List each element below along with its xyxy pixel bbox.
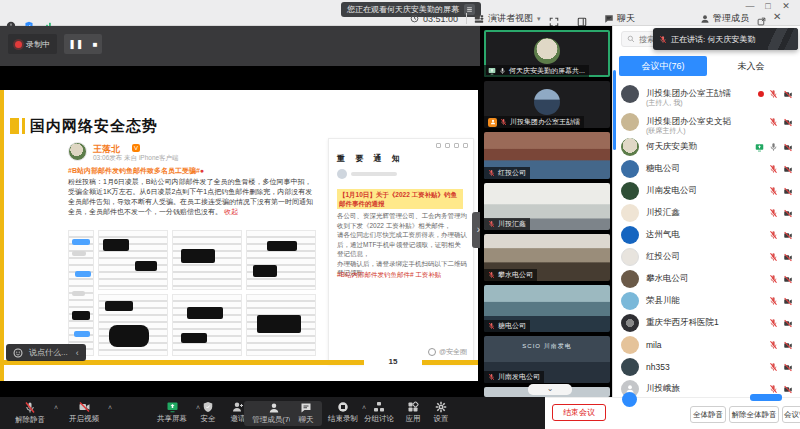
chat-button[interactable]: 聊天 [290, 401, 322, 426]
member-row[interactable]: mila [613, 334, 800, 356]
tile-label: 红投公司 [498, 168, 526, 178]
camera-off-icon[interactable] [783, 319, 793, 328]
camera-off-icon[interactable] [783, 231, 793, 240]
mic-off-icon[interactable] [769, 296, 778, 306]
avatar [534, 89, 560, 115]
mic-off-icon[interactable] [769, 230, 778, 240]
chevron-up-icon[interactable]: ˄ [54, 404, 58, 411]
video-tile[interactable]: SCIO 川南发电 川南发电公司 [484, 336, 610, 383]
member-row[interactable]: 何天庆安美勤 [613, 136, 800, 158]
tab-in-meeting[interactable]: 会议中(76) [619, 56, 707, 76]
camera-off-icon[interactable] [783, 118, 793, 127]
unmute-all-button[interactable]: 解除全体静音 [729, 406, 779, 423]
member-row[interactable]: 川南发电公司 [613, 180, 800, 202]
mic-off-icon[interactable] [769, 340, 778, 350]
settings-button[interactable]: 设置 [426, 401, 456, 424]
member-row[interactable]: 川投汇鑫 [613, 202, 800, 224]
camera-off-icon[interactable] [783, 341, 793, 350]
mic-off-icon[interactable] [769, 252, 778, 262]
unmute-button[interactable]: 解除静音 [6, 401, 54, 425]
camera-off-icon[interactable] [783, 275, 793, 284]
timer-value: 03:51:00 [423, 14, 458, 24]
member-row[interactable]: 川投集团办公室王劼镭 (主持人, 我) [613, 80, 800, 108]
camera-off-icon[interactable] [783, 143, 793, 152]
doc-hashtag-link[interactable]: #B站内部邮件发钓鱼邮件# 工资补贴 [337, 271, 467, 280]
video-tile[interactable]: 川投集团办公室王劼镭 [484, 81, 610, 128]
weibo-avatar [68, 142, 87, 161]
tab-not-joined[interactable]: 未入会 [707, 56, 795, 76]
camera-off-icon[interactable] [783, 253, 793, 262]
mic-off-icon[interactable] [769, 208, 778, 218]
smile-icon[interactable] [13, 348, 23, 358]
member-row[interactable]: 红投公司 [613, 246, 800, 268]
pause-recording-button[interactable]: ❚❚ [69, 39, 84, 49]
notice-document: 重 要 通 知 【1月10日】关于《2022 工资补贴》钓鱼邮件事件的通报 各公… [328, 138, 474, 364]
start-video-button[interactable]: 开启视频 [60, 401, 108, 424]
stop-recording-button[interactable]: ■ [93, 40, 98, 49]
camera-off-icon[interactable] [783, 363, 793, 372]
member-row[interactable]: 重庆华西牙科医院1 [613, 312, 800, 334]
mute-all-button[interactable]: 全体静音 [690, 406, 726, 423]
screen-share-icon[interactable] [755, 143, 764, 152]
mic-off-icon[interactable] [769, 362, 778, 372]
member-row[interactable]: 达州气电 [613, 224, 800, 246]
tab-chat[interactable]: 聊天 [604, 11, 635, 26]
member-row[interactable]: 攀水电公司 [613, 268, 800, 290]
chat-icon [604, 14, 614, 24]
member-name: 重庆华西牙科医院1 [646, 317, 719, 329]
camera-off-icon[interactable] [783, 209, 793, 218]
person-icon [268, 402, 280, 414]
camera-off-icon[interactable] [783, 385, 793, 394]
end-meeting-button[interactable]: 结束会议 [552, 404, 606, 421]
member-row[interactable]: 糖电公司 [613, 158, 800, 180]
tab-members[interactable]: 管理成员 [700, 11, 749, 26]
mic-off-icon[interactable] [769, 89, 778, 99]
video-tile[interactable]: 红投公司 [484, 132, 610, 179]
collapse-left-icon[interactable]: ‹ [76, 348, 79, 358]
mic-icon[interactable] [769, 142, 778, 152]
mic-off-icon[interactable] [769, 117, 778, 127]
mic-off-icon[interactable] [769, 186, 778, 196]
camera-off-icon[interactable] [783, 165, 793, 174]
meeting-control-button[interactable]: 会议管控 ▾ [782, 406, 800, 423]
weibo-screenshot [68, 230, 94, 356]
collapse-thumbnails-button[interactable]: ⌄ [528, 384, 572, 395]
recording-dot-icon [758, 91, 764, 97]
member-row[interactable]: nh353 [613, 356, 800, 378]
window-minimize-button[interactable]: — [742, 1, 758, 11]
chevron-up-icon[interactable]: ˄ [108, 404, 112, 411]
share-screen-button[interactable]: 共享屏幕 [148, 401, 196, 424]
partial-blue-button [750, 394, 782, 401]
tile-label: 川南发电公司 [498, 372, 540, 382]
video-tile[interactable]: 攀水电公司 [484, 234, 610, 281]
camera-off-icon [78, 401, 91, 413]
video-tile-screen-share[interactable]: 何天庆安美勤的屏幕共... [484, 30, 610, 77]
weibo-collapse-link[interactable]: 收起 [224, 208, 238, 215]
security-button[interactable]: 安全 [192, 401, 224, 424]
window-maximize-button[interactable]: □ [760, 1, 776, 11]
video-tile[interactable]: 糖电公司 [484, 285, 610, 332]
mic-off-icon[interactable] [769, 384, 778, 394]
camera-off-icon[interactable] [783, 187, 793, 196]
host-badge-icon [488, 118, 497, 127]
camera-off-icon[interactable] [783, 90, 793, 99]
panel-close-icon[interactable]: ✕ [773, 11, 781, 22]
member-row[interactable]: 荣县川能 [613, 290, 800, 312]
view-mode-select[interactable]: 演讲者视图 ▾ [474, 11, 541, 26]
camera-off-icon[interactable] [783, 297, 793, 306]
scrollbar[interactable] [613, 70, 616, 150]
mic-off-icon[interactable] [769, 164, 778, 174]
video-tile[interactable]: 川投汇鑫 [484, 183, 610, 230]
member-row[interactable]: 川投集团办公室史文韬 (联席主持人) [613, 108, 800, 136]
mic-off-icon [488, 271, 495, 279]
danmaku-input[interactable]: 说点什么... ‹ [6, 344, 86, 361]
apps-button[interactable]: 应用 [398, 401, 428, 424]
members-panel: 正在讲话: 何天庆安美勤 会议中(76) 未入会 川投集团办公室王劼镭 (主持人… [612, 26, 800, 397]
window-close-button[interactable]: ✕ [778, 1, 794, 11]
mic-off-icon[interactable] [769, 318, 778, 328]
slide-page-number: 15 [364, 356, 422, 368]
avatar [621, 314, 639, 332]
expand-thumbnails-handle[interactable]: › [472, 212, 480, 248]
breakout-rooms-button[interactable]: 分组讨论 [358, 401, 400, 424]
mic-off-icon[interactable] [769, 274, 778, 284]
